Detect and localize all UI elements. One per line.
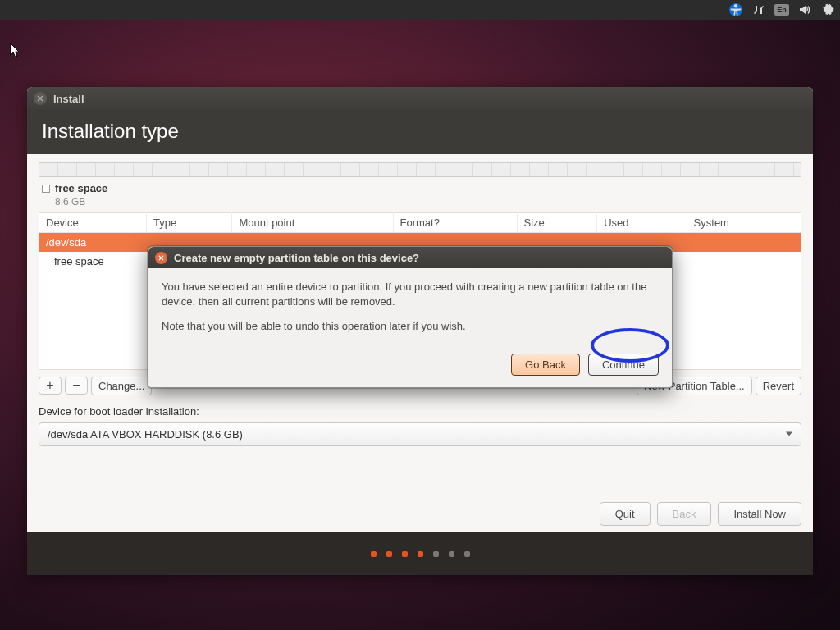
pager-dot[interactable] (449, 551, 454, 557)
disk-usage-bar (39, 162, 801, 177)
pager-dot[interactable] (371, 551, 377, 557)
sound-icon[interactable] (797, 2, 812, 17)
dialog-text-2: Note that you will be able to undo this … (162, 319, 659, 334)
change-partition-button[interactable]: Change... (91, 377, 152, 395)
bootloader-label: Device for boot loader installation: (39, 405, 801, 418)
dialog-footer: Go Back Continue (148, 354, 672, 387)
pager-dot[interactable] (386, 551, 392, 557)
gear-icon[interactable] (820, 2, 835, 17)
accessibility-icon[interactable] (728, 2, 743, 17)
dialog-title: Create new empty partition table on this… (174, 252, 419, 264)
dialog-text-1: You have selected an entire device to pa… (162, 280, 659, 309)
window-header: Installation type (27, 110, 813, 154)
window-titlebar: Install (27, 87, 813, 110)
bootloader-value: /dev/sda ATA VBOX HARDDISK (8.6 GB) (48, 428, 243, 441)
col-mountpoint[interactable]: Mount point (232, 213, 393, 233)
pager-dot[interactable] (464, 551, 470, 557)
install-now-button[interactable]: Install Now (718, 502, 801, 526)
remove-partition-button[interactable]: − (65, 377, 88, 395)
col-format[interactable]: Format? (393, 213, 517, 233)
window-footer: Quit Back Install Now (27, 495, 813, 532)
pager-dot[interactable] (402, 551, 408, 557)
table-header-row: Device Type Mount point Format? Size Use… (39, 213, 801, 233)
back-button[interactable]: Back (657, 502, 712, 526)
pager-dot[interactable] (433, 551, 439, 557)
window-title: Install (53, 93, 84, 105)
svg-point-0 (734, 4, 737, 7)
disk-legend: free space (42, 182, 801, 194)
pager-dot[interactable] (418, 551, 423, 557)
network-icon[interactable] (751, 2, 766, 17)
add-partition-button[interactable]: + (39, 377, 62, 395)
pager-dots (27, 532, 813, 575)
col-type[interactable]: Type (147, 213, 232, 233)
col-device[interactable]: Device (39, 213, 147, 233)
go-back-button[interactable]: Go Back (511, 354, 580, 376)
dialog-titlebar: Create new empty partition table on this… (148, 247, 672, 268)
top-menubar: En (0, 0, 840, 20)
revert-button[interactable]: Revert (756, 377, 801, 395)
confirm-dialog: Create new empty partition table on this… (148, 246, 673, 388)
legend-name: free space (55, 182, 107, 194)
dialog-body: You have selected an entire device to pa… (148, 268, 672, 354)
bootloader-select[interactable]: /dev/sda ATA VBOX HARDDISK (8.6 GB) (39, 422, 801, 446)
col-size[interactable]: Size (517, 213, 597, 233)
quit-button[interactable]: Quit (600, 502, 651, 526)
language-indicator[interactable]: En (774, 2, 789, 17)
close-icon[interactable] (34, 92, 47, 105)
page-heading: Installation type (42, 120, 798, 143)
col-used[interactable]: Used (597, 213, 687, 233)
legend-swatch-icon (42, 185, 50, 193)
mouse-cursor-icon (10, 43, 21, 59)
legend-size: 8.6 GB (55, 196, 801, 208)
col-system[interactable]: System (687, 213, 801, 233)
continue-button[interactable]: Continue (588, 354, 659, 376)
close-icon[interactable] (155, 252, 167, 264)
